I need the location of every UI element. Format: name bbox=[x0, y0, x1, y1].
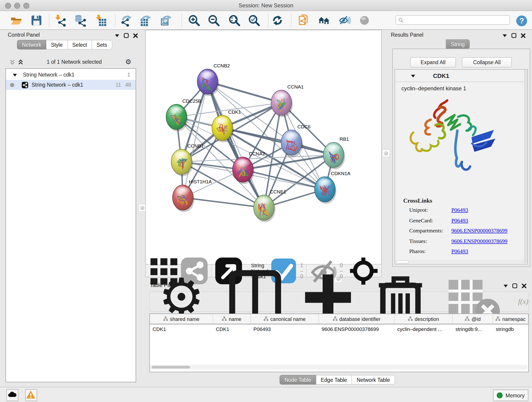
network-canvas[interactable]: CCNB2CCNA1CDC25BCDK1CDC6RB1CCNB1CCNA2HIS… bbox=[145, 30, 382, 264]
table-tabs: Node TableEdge TableNetwork Table bbox=[143, 375, 532, 385]
table-horizontal-scrollbar[interactable] bbox=[150, 365, 527, 370]
import-network-icon[interactable] bbox=[54, 14, 66, 27]
float-panel-icon[interactable] bbox=[512, 283, 517, 288]
node-table[interactable]: shared name name canonical name database… bbox=[149, 313, 529, 372]
function-builder-icon: f(x) bbox=[518, 298, 528, 306]
toolbar-separator bbox=[49, 14, 50, 27]
zoom-fit-icon[interactable] bbox=[228, 14, 241, 27]
gene-name: CDK1 bbox=[433, 72, 449, 79]
tab-network[interactable]: Network bbox=[17, 40, 46, 50]
collapse-all-button[interactable]: Collapse All bbox=[462, 57, 512, 67]
network-row-selected[interactable]: String Network – cdk1 11 48 bbox=[6, 80, 136, 90]
export-network-icon[interactable] bbox=[121, 14, 133, 27]
gene-header-row[interactable]: CDK1 bbox=[395, 70, 524, 82]
table-cell[interactable]: cyclin–dependent ... bbox=[394, 325, 453, 334]
network-graph[interactable]: CCNB2CCNA1CDC25BCDK1CDC6RB1CCNB1CCNA2HIS… bbox=[146, 30, 381, 264]
table-cell[interactable]: stringdb bbox=[493, 325, 528, 334]
eye-icon[interactable] bbox=[359, 14, 371, 27]
memory-button[interactable]: Memory bbox=[493, 390, 528, 401]
crosslink-link[interactable]: P06493 bbox=[451, 248, 468, 255]
collection-count: 1 bbox=[127, 72, 130, 77]
crosslink-link[interactable]: P06493 bbox=[451, 207, 468, 214]
crosslink-link[interactable]: 9606.ENSP00000378699 bbox=[451, 238, 507, 245]
zoom-in-icon[interactable] bbox=[188, 14, 200, 27]
crosslink-label: GeneCard: bbox=[409, 217, 451, 224]
close-panel-icon[interactable] bbox=[133, 33, 138, 38]
save-session-icon[interactable] bbox=[30, 14, 43, 27]
collapse-all-networks-icon[interactable] bbox=[10, 59, 16, 65]
tab-network-table[interactable]: Network Table bbox=[352, 375, 395, 385]
crosslink-link[interactable]: 9606.ENSP00000378699 bbox=[451, 227, 507, 234]
column-header-database-identifier[interactable]: database identifier bbox=[319, 314, 394, 324]
float-panel-icon[interactable] bbox=[511, 33, 516, 38]
control-panel-title: Control Panel bbox=[8, 32, 40, 38]
export-table-icon[interactable] bbox=[140, 14, 152, 27]
close-panel-icon[interactable] bbox=[520, 33, 526, 38]
expand-all-networks-icon[interactable] bbox=[18, 59, 24, 65]
left-splitter-handle[interactable] bbox=[138, 204, 146, 212]
tab-edge-table[interactable]: Edge Table bbox=[316, 375, 352, 385]
enhanced-labels-icon[interactable] bbox=[338, 14, 351, 27]
column-header-namespac[interactable]: namespac bbox=[493, 314, 528, 324]
gene-expander-icon[interactable] bbox=[411, 73, 416, 78]
table-row[interactable]: CDK1CDK1P064939606.ENSP00000378699cyclin… bbox=[150, 325, 528, 334]
network-node-count: 11 bbox=[116, 82, 121, 88]
column-header-name[interactable]: name bbox=[213, 314, 251, 324]
crosslink-row: Pharos:P06493 bbox=[409, 248, 524, 255]
import-network-database-icon[interactable] bbox=[74, 14, 86, 27]
open-in-string-icon[interactable] bbox=[298, 14, 310, 27]
help-icon[interactable]: ? bbox=[515, 15, 528, 27]
search-input[interactable] bbox=[405, 17, 507, 23]
network-options-gear-icon[interactable]: ⚙ bbox=[125, 58, 132, 65]
table-cell[interactable]: CDK1 bbox=[150, 325, 213, 334]
crosslink-link[interactable]: P06493 bbox=[451, 217, 468, 224]
protein-structure-image bbox=[403, 94, 506, 187]
right-splitter-handle[interactable] bbox=[382, 149, 390, 157]
column-header--id[interactable]: @id bbox=[453, 314, 493, 324]
warnings-button[interactable] bbox=[25, 389, 37, 401]
svg-text:CCNB2: CCNB2 bbox=[214, 63, 230, 68]
status-bar: Memory bbox=[0, 387, 532, 402]
column-header-shared-name[interactable]: shared name bbox=[150, 314, 213, 324]
results-vertical-scrollbar[interactable] bbox=[524, 70, 527, 263]
column-header-description[interactable]: description bbox=[394, 314, 453, 324]
tab-select[interactable]: Select bbox=[68, 40, 92, 50]
tab-sets[interactable]: Sets bbox=[92, 40, 112, 50]
memory-status-dot bbox=[497, 392, 503, 398]
search-box[interactable] bbox=[395, 15, 510, 25]
network-collection-row[interactable]: String Network – cdk1 1 bbox=[6, 70, 136, 80]
zoom-out-icon[interactable] bbox=[208, 14, 220, 27]
results-scrollbar-thumb[interactable] bbox=[396, 260, 409, 264]
tab-style[interactable]: Style bbox=[46, 40, 68, 50]
crosslink-label: Uniprot: bbox=[409, 207, 451, 214]
refresh-icon[interactable] bbox=[271, 14, 284, 27]
table-cell[interactable]: CDK1 bbox=[213, 325, 251, 334]
cloud-status-button[interactable] bbox=[6, 389, 18, 401]
export-image-icon[interactable] bbox=[161, 14, 173, 27]
table-scrollbar-thumb[interactable] bbox=[152, 366, 190, 369]
string-home-icon[interactable] bbox=[318, 14, 330, 27]
float-panel-icon[interactable] bbox=[124, 33, 129, 38]
collapse-panel-icon[interactable] bbox=[502, 33, 507, 38]
tab-node-table[interactable]: Node Table bbox=[279, 375, 316, 385]
expand-all-button[interactable]: Expand All bbox=[410, 57, 456, 67]
svg-text:CDK1: CDK1 bbox=[228, 109, 241, 115]
network-node-CCNE1: CCNE1 bbox=[254, 189, 286, 222]
tab-string[interactable]: String bbox=[446, 39, 470, 49]
column-header-canonical-name[interactable]: canonical name bbox=[251, 314, 319, 324]
results-horizontal-scrollbar[interactable] bbox=[395, 260, 524, 263]
svg-text:CDKN1A: CDKN1A bbox=[331, 171, 350, 176]
zoom-selected-icon[interactable] bbox=[248, 14, 260, 27]
gene-description: cyclin–dependent kinase 1 bbox=[401, 85, 466, 92]
table-cell[interactable]: stringdb:9... bbox=[453, 325, 493, 334]
crosslink-row: Tissues:9606.ENSP00000378699 bbox=[409, 238, 524, 245]
collection-expander-icon[interactable] bbox=[12, 72, 17, 77]
import-table-icon[interactable] bbox=[95, 14, 107, 27]
network-node-HIST1H1A: HIST1H1A bbox=[172, 179, 212, 212]
current-network-dot bbox=[10, 83, 14, 87]
collapse-panel-icon[interactable] bbox=[114, 33, 120, 38]
table-cell[interactable]: 9606.ENSP00000378699 bbox=[319, 325, 394, 334]
table-cell[interactable]: P06493 bbox=[251, 325, 319, 334]
close-panel-icon[interactable] bbox=[521, 283, 526, 288]
open-session-icon[interactable] bbox=[10, 14, 22, 27]
